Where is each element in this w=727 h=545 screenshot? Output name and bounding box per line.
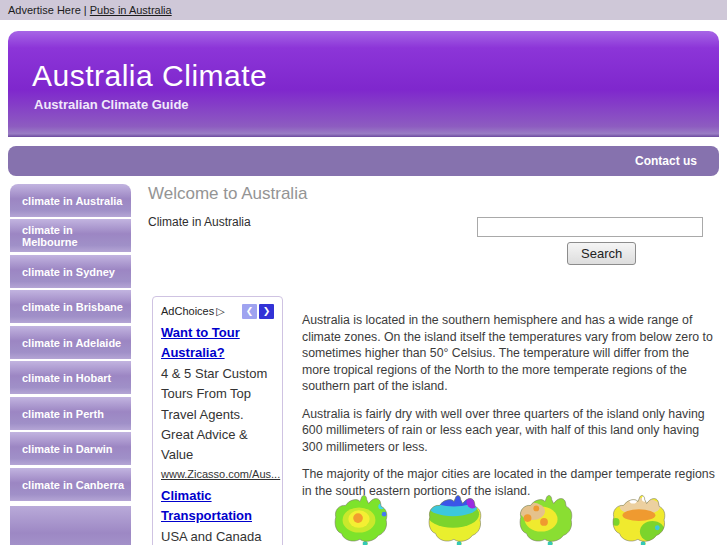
search-button[interactable]: Search [567,242,636,265]
site-header: Australia Climate Australian Climate Gui… [8,31,719,137]
australia-climate-map-image-4 [608,492,666,545]
paragraph-rainfall: Australia is fairly dry with well over t… [302,406,716,456]
sidebar-item-climate-brisbane[interactable]: climate in Brisbane [10,290,131,323]
australia-climate-map-image-2 [424,492,482,545]
adchoices-triangle-icon: ▷ [216,305,224,317]
sidebar-item-climate-sydney[interactable]: climate in Sydney [10,255,131,288]
contact-us-link[interactable]: Contact us [635,154,697,168]
pubs-in-australia-link[interactable]: Pubs in Australia [90,4,172,16]
ad-url-link[interactable]: www.Zicasso.com/Aus... [161,468,274,480]
paragraph-climate-zones: Australia is located in the southern hem… [302,312,716,395]
sidebar-item-climate-perth[interactable]: climate in Perth [10,397,131,430]
search-input[interactable] [477,217,703,237]
sidebar-item-climate-darwin[interactable]: climate in Darwin [10,432,131,465]
sidebar-item-climate-adelaide[interactable]: climate in Adelaide [10,326,131,359]
sidebar-item-climate-hobart[interactable]: climate in Hobart [10,361,131,394]
sidebar-item-climate-canberra[interactable]: climate in Canberra [10,468,131,501]
ad-prev-button[interactable]: ❮ [242,304,257,319]
sidebar-item-climate-melbourne[interactable]: climate in Melbourne [10,219,131,252]
chevron-left-icon: ❮ [246,306,254,316]
article-text: Australia is located in the southern hem… [302,312,716,510]
ad-header-row: AdChoices▷ ❮ ❯ [161,304,274,319]
sidebar-filler-block [10,506,131,545]
australia-climate-map-image-3 [515,492,573,545]
ad-box: AdChoices▷ ❮ ❯ Want to Tour Australia? 4… [152,296,283,545]
chevron-right-icon: ❯ [263,306,271,316]
welcome-heading: Welcome to Australia [148,184,307,204]
ad-title-link-tour[interactable]: Want to Tour Australia? [161,323,274,363]
sidebar-item-climate-australia[interactable]: climate in Australia [10,184,131,217]
top-ad-strip: Advertise Here | Pubs in Australia [0,0,727,20]
ad-body-text: 4 & 5 Star Custom Tours From Top Travel … [161,364,274,465]
advertise-here-text: Advertise Here [8,4,81,16]
climate-subheading: Climate in Australia [148,215,251,229]
ad-next-button[interactable]: ❯ [259,304,274,319]
main-nav-bar: Contact us [8,146,719,176]
ad-arrows: ❮ ❯ [242,304,274,319]
ad-title-link-transport[interactable]: Climatic Transportation [161,486,274,526]
ad-body-text: USA and Canada Shipping and Climatic Tra… [161,527,274,545]
australia-climate-map-image-1 [330,492,388,545]
adchoices-link[interactable]: AdChoices▷ [161,305,225,318]
page-subtitle: Australian Climate Guide [34,97,189,112]
page-title: Australia Climate [32,59,267,93]
